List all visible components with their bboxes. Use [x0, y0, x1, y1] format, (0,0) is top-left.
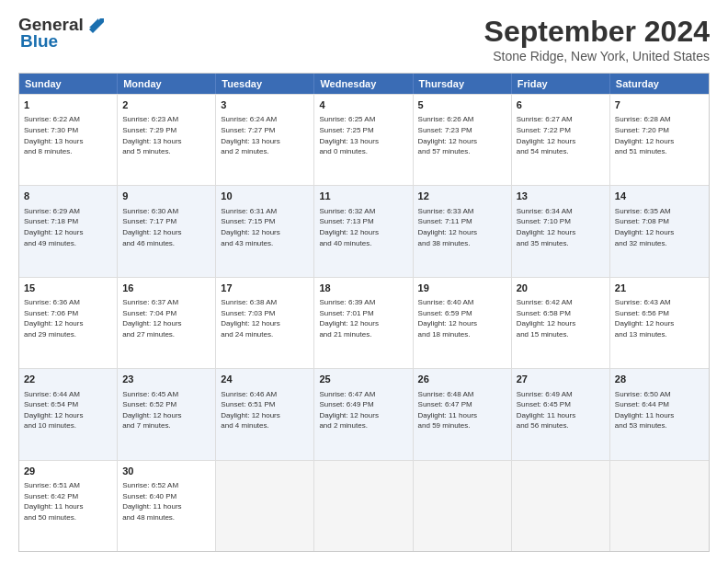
cell-details: Sunrise: 6:35 AMSunset: 7:08 PMDaylight:…	[615, 206, 704, 248]
day-header-tuesday: Tuesday	[216, 74, 314, 94]
cell-details: Sunrise: 6:47 AMSunset: 6:49 PMDaylight:…	[319, 389, 407, 431]
day-cell-26: 26Sunrise: 6:48 AMSunset: 6:47 PMDayligh…	[414, 369, 512, 459]
cell-details: Sunrise: 6:31 AMSunset: 7:15 PMDaylight:…	[221, 206, 309, 248]
day-number: 18	[319, 282, 407, 295]
day-cell-13: 13Sunrise: 6:34 AMSunset: 7:10 PMDayligh…	[512, 186, 610, 276]
cell-details: Sunrise: 6:25 AMSunset: 7:25 PMDaylight:…	[319, 114, 407, 156]
day-number: 12	[418, 190, 506, 203]
day-number: 5	[418, 98, 506, 112]
cell-details: Sunrise: 6:28 AMSunset: 7:20 PMDaylight:…	[615, 114, 704, 156]
day-number: 1	[24, 98, 112, 112]
day-cell-17: 17Sunrise: 6:38 AMSunset: 7:03 PMDayligh…	[216, 278, 314, 368]
calendar-header: SundayMondayTuesdayWednesdayThursdayFrid…	[19, 74, 709, 94]
cell-details: Sunrise: 6:38 AMSunset: 7:03 PMDaylight:…	[221, 297, 309, 339]
day-cell-14: 14Sunrise: 6:35 AMSunset: 7:08 PMDayligh…	[610, 186, 709, 276]
cell-details: Sunrise: 6:27 AMSunset: 7:22 PMDaylight:…	[517, 114, 605, 156]
day-cell-10: 10Sunrise: 6:31 AMSunset: 7:15 PMDayligh…	[216, 186, 314, 276]
day-cell-3: 3Sunrise: 6:24 AMSunset: 7:27 PMDaylight…	[216, 95, 314, 185]
cell-details: Sunrise: 6:33 AMSunset: 7:11 PMDaylight:…	[418, 206, 506, 248]
header: General Blue September 2024 Stone Ridge,…	[18, 15, 710, 63]
day-cell-7: 7Sunrise: 6:28 AMSunset: 7:20 PMDaylight…	[610, 95, 709, 185]
day-cell-23: 23Sunrise: 6:45 AMSunset: 6:52 PMDayligh…	[118, 369, 216, 459]
month-title: September 2024	[484, 15, 710, 49]
day-cell-24: 24Sunrise: 6:46 AMSunset: 6:51 PMDayligh…	[216, 369, 314, 459]
calendar-row-5: 29Sunrise: 6:51 AMSunset: 6:42 PMDayligh…	[19, 460, 709, 551]
title-block: September 2024 Stone Ridge, New York, Un…	[484, 15, 710, 63]
day-cell-16: 16Sunrise: 6:37 AMSunset: 7:04 PMDayligh…	[118, 278, 216, 368]
day-number: 23	[122, 373, 210, 386]
day-cell-27: 27Sunrise: 6:49 AMSunset: 6:45 PMDayligh…	[512, 369, 610, 459]
day-number: 2	[122, 98, 210, 112]
day-number: 26	[418, 373, 506, 386]
day-number: 17	[221, 282, 309, 295]
day-cell-22: 22Sunrise: 6:44 AMSunset: 6:54 PMDayligh…	[19, 369, 118, 459]
day-number: 25	[319, 373, 407, 386]
day-number: 8	[24, 190, 112, 203]
empty-cell	[216, 461, 314, 551]
cell-details: Sunrise: 6:52 AMSunset: 6:40 PMDaylight:…	[122, 480, 210, 523]
day-cell-28: 28Sunrise: 6:50 AMSunset: 6:44 PMDayligh…	[610, 369, 709, 459]
location: Stone Ridge, New York, United States	[484, 49, 710, 63]
day-number: 15	[24, 282, 112, 295]
day-cell-30: 30Sunrise: 6:52 AMSunset: 6:40 PMDayligh…	[118, 461, 216, 551]
cell-details: Sunrise: 6:42 AMSunset: 6:58 PMDaylight:…	[517, 297, 605, 339]
day-number: 21	[615, 282, 704, 295]
day-number: 10	[221, 190, 309, 203]
day-cell-9: 9Sunrise: 6:30 AMSunset: 7:17 PMDaylight…	[118, 186, 216, 276]
day-cell-5: 5Sunrise: 6:26 AMSunset: 7:23 PMDaylight…	[414, 95, 512, 185]
day-header-sunday: Sunday	[19, 74, 118, 94]
day-number: 14	[615, 190, 704, 203]
day-cell-18: 18Sunrise: 6:39 AMSunset: 7:01 PMDayligh…	[314, 278, 413, 368]
logo: General Blue	[18, 15, 104, 52]
day-cell-1: 1Sunrise: 6:22 AMSunset: 7:30 PMDaylight…	[19, 95, 118, 185]
day-number: 16	[122, 282, 210, 295]
cell-details: Sunrise: 6:51 AMSunset: 6:42 PMDaylight:…	[24, 480, 112, 523]
cell-details: Sunrise: 6:45 AMSunset: 6:52 PMDaylight:…	[122, 389, 210, 431]
calendar-row-3: 15Sunrise: 6:36 AMSunset: 7:06 PMDayligh…	[19, 277, 709, 368]
cell-details: Sunrise: 6:22 AMSunset: 7:30 PMDaylight:…	[24, 114, 112, 156]
day-cell-11: 11Sunrise: 6:32 AMSunset: 7:13 PMDayligh…	[314, 186, 413, 276]
day-number: 27	[517, 373, 605, 386]
day-number: 19	[418, 282, 506, 295]
cell-details: Sunrise: 6:36 AMSunset: 7:06 PMDaylight:…	[24, 297, 112, 339]
day-header-wednesday: Wednesday	[314, 74, 413, 94]
day-number: 22	[24, 373, 112, 386]
cell-details: Sunrise: 6:34 AMSunset: 7:10 PMDaylight:…	[517, 206, 605, 248]
calendar: SundayMondayTuesdayWednesdayThursdayFrid…	[18, 73, 710, 552]
day-number: 3	[221, 98, 309, 112]
day-number: 4	[319, 98, 407, 112]
day-number: 6	[517, 98, 605, 112]
cell-details: Sunrise: 6:23 AMSunset: 7:29 PMDaylight:…	[122, 114, 210, 156]
calendar-row-2: 8Sunrise: 6:29 AMSunset: 7:18 PMDaylight…	[19, 185, 709, 276]
cell-details: Sunrise: 6:50 AMSunset: 6:44 PMDaylight:…	[615, 389, 704, 431]
day-header-saturday: Saturday	[610, 74, 709, 94]
cell-details: Sunrise: 6:29 AMSunset: 7:18 PMDaylight:…	[24, 206, 112, 248]
day-cell-2: 2Sunrise: 6:23 AMSunset: 7:29 PMDaylight…	[118, 95, 216, 185]
empty-cell	[610, 461, 709, 551]
day-cell-15: 15Sunrise: 6:36 AMSunset: 7:06 PMDayligh…	[19, 278, 118, 368]
day-cell-4: 4Sunrise: 6:25 AMSunset: 7:25 PMDaylight…	[314, 95, 413, 185]
day-cell-29: 29Sunrise: 6:51 AMSunset: 6:42 PMDayligh…	[19, 461, 118, 551]
cell-details: Sunrise: 6:44 AMSunset: 6:54 PMDaylight:…	[24, 389, 112, 431]
day-number: 7	[615, 98, 704, 112]
cell-details: Sunrise: 6:32 AMSunset: 7:13 PMDaylight:…	[319, 206, 407, 248]
cell-details: Sunrise: 6:43 AMSunset: 6:56 PMDaylight:…	[615, 297, 704, 339]
logo-arrow-icon	[85, 15, 104, 33]
cell-details: Sunrise: 6:48 AMSunset: 6:47 PMDaylight:…	[418, 389, 506, 431]
day-number: 13	[517, 190, 605, 203]
day-number: 20	[517, 282, 605, 295]
page: General Blue September 2024 Stone Ridge,…	[0, 0, 728, 563]
day-cell-6: 6Sunrise: 6:27 AMSunset: 7:22 PMDaylight…	[512, 95, 610, 185]
cell-details: Sunrise: 6:40 AMSunset: 6:59 PMDaylight:…	[418, 297, 506, 339]
empty-cell	[512, 461, 610, 551]
calendar-row-1: 1Sunrise: 6:22 AMSunset: 7:30 PMDaylight…	[19, 94, 709, 185]
day-header-monday: Monday	[118, 74, 216, 94]
day-header-friday: Friday	[512, 74, 610, 94]
cell-details: Sunrise: 6:49 AMSunset: 6:45 PMDaylight:…	[517, 389, 605, 431]
day-number: 9	[122, 190, 210, 203]
logo-blue: Blue	[20, 31, 58, 52]
day-cell-19: 19Sunrise: 6:40 AMSunset: 6:59 PMDayligh…	[414, 278, 512, 368]
day-number: 24	[221, 373, 309, 386]
day-cell-8: 8Sunrise: 6:29 AMSunset: 7:18 PMDaylight…	[19, 186, 118, 276]
cell-details: Sunrise: 6:26 AMSunset: 7:23 PMDaylight:…	[418, 114, 506, 156]
